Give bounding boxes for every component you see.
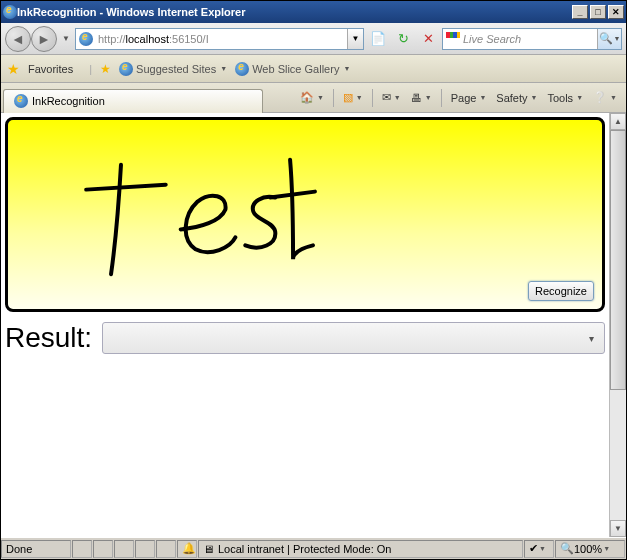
- search-placeholder: Live Search: [463, 33, 597, 45]
- live-search-icon: [446, 32, 460, 46]
- page-icon: [79, 32, 93, 46]
- mail-button[interactable]: ✉▼: [379, 89, 404, 106]
- safety-menu[interactable]: Safety▼: [493, 90, 540, 106]
- ie-icon: [235, 62, 249, 76]
- vertical-scrollbar[interactable]: ▲ ▼: [609, 113, 626, 537]
- nav-history-dropdown[interactable]: ▼: [60, 34, 72, 43]
- favorites-star-icon[interactable]: ★: [7, 61, 20, 77]
- ink-strokes: [8, 120, 602, 309]
- minimize-button[interactable]: _: [572, 5, 588, 19]
- tab-icon: [14, 94, 28, 108]
- favorites-bar: ★ Favorites | ★ Suggested Sites ▼ Web Sl…: [1, 55, 626, 83]
- scroll-up-button[interactable]: ▲: [610, 113, 626, 130]
- content-area: Recognize Result: ▾ ▲ ▼: [1, 113, 626, 537]
- suggested-sites-link[interactable]: Suggested Sites ▼: [119, 62, 227, 76]
- scroll-down-button[interactable]: ▼: [610, 520, 626, 537]
- window-title: InkRecognition - Windows Internet Explor…: [17, 6, 570, 18]
- ie-icon: [3, 5, 17, 19]
- status-popup-icon[interactable]: 🔔: [177, 540, 197, 558]
- page-body: Recognize Result: ▾: [1, 113, 609, 537]
- status-bar: Done 🔔 🖥 Local intranet | Protected Mode…: [1, 537, 626, 559]
- scroll-thumb[interactable]: [610, 130, 626, 390]
- compat-view-button[interactable]: 📄: [367, 28, 389, 50]
- address-dropdown[interactable]: ▼: [347, 29, 363, 49]
- tools-menu[interactable]: Tools▼: [544, 90, 586, 106]
- address-bar[interactable]: http://localhost:56150/I ▼: [75, 28, 364, 50]
- forward-button[interactable]: ►: [31, 26, 57, 52]
- search-box[interactable]: Live Search 🔍▼: [442, 28, 622, 50]
- favorites-label[interactable]: Favorites: [28, 63, 73, 75]
- back-button[interactable]: ◄: [5, 26, 31, 52]
- nav-toolbar: ◄ ► ▼ http://localhost:56150/I ▼ 📄 ↻ ✕ L…: [1, 23, 626, 55]
- zone-icon: 🖥: [203, 543, 214, 555]
- tab-title: InkRecognition: [32, 95, 105, 107]
- search-button[interactable]: 🔍▼: [597, 29, 621, 49]
- close-button[interactable]: ✕: [608, 5, 624, 19]
- status-mode-icon[interactable]: ✔▼: [524, 540, 554, 558]
- print-button[interactable]: 🖶▼: [408, 90, 435, 106]
- feeds-button[interactable]: ▧▼: [340, 89, 366, 106]
- stop-button[interactable]: ✕: [417, 28, 439, 50]
- maximize-button[interactable]: □: [590, 5, 606, 19]
- address-text[interactable]: http://localhost:56150/I: [96, 33, 347, 45]
- browser-tab[interactable]: InkRecognition: [3, 89, 263, 113]
- ie-window: InkRecognition - Windows Internet Explor…: [0, 0, 627, 560]
- result-combobox[interactable]: ▾: [102, 322, 605, 354]
- web-slice-gallery-link[interactable]: Web Slice Gallery ▼: [235, 62, 350, 76]
- tab-row: InkRecognition 🏠▼ ▧▼ ✉▼ 🖶▼ Page▼ Safety▼…: [1, 83, 626, 113]
- status-zone[interactable]: 🖥 Local intranet | Protected Mode: On: [198, 540, 523, 558]
- refresh-button[interactable]: ↻: [392, 28, 414, 50]
- zoom-icon: 🔍: [560, 542, 574, 555]
- help-button[interactable]: ❔▼: [590, 89, 620, 106]
- chevron-down-icon: ▾: [589, 333, 594, 344]
- command-bar: 🏠▼ ▧▼ ✉▼ 🖶▼ Page▼ Safety▼ Tools▼ ❔▼: [263, 89, 626, 107]
- ie-icon: [119, 62, 133, 76]
- result-row: Result: ▾: [5, 322, 605, 354]
- ink-canvas[interactable]: Recognize: [5, 117, 605, 312]
- titlebar[interactable]: InkRecognition - Windows Internet Explor…: [1, 1, 626, 23]
- page-menu[interactable]: Page▼: [448, 90, 490, 106]
- status-done: Done: [1, 540, 71, 558]
- add-favorite-icon[interactable]: ★: [100, 62, 111, 76]
- result-label: Result:: [5, 322, 92, 354]
- zoom-control[interactable]: 🔍 100% ▼: [555, 540, 625, 558]
- home-button[interactable]: 🏠▼: [297, 89, 327, 106]
- recognize-button[interactable]: Recognize: [528, 281, 594, 301]
